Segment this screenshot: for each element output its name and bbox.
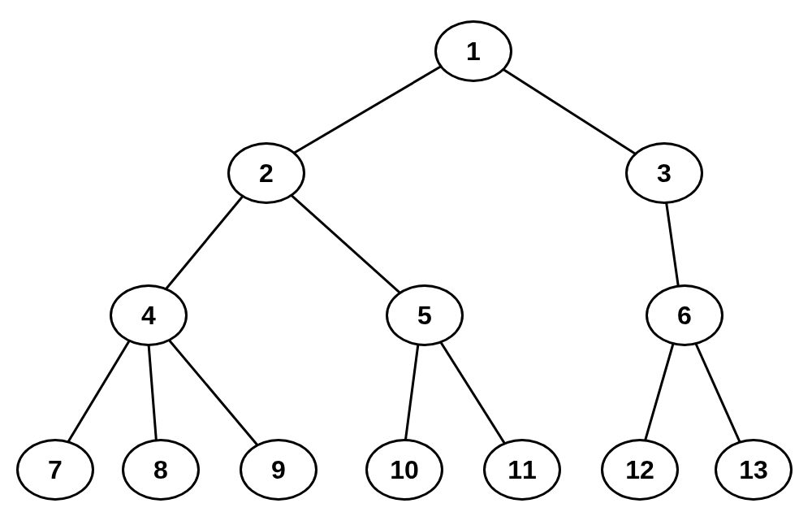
node-label: 4 [141,301,156,331]
tree-node-1: 1 [434,20,512,82]
tree-node-7: 7 [16,439,94,501]
node-label: 7 [48,455,63,485]
tree-node-5: 5 [386,284,464,346]
tree-node-9: 9 [240,439,317,501]
node-label: 2 [259,158,274,189]
tree-node-4: 4 [110,284,188,346]
node-label: 12 [625,455,654,485]
tree-node-11: 11 [483,439,561,501]
tree-node-2: 2 [227,142,305,204]
node-label: 6 [677,301,692,331]
tree-node-3: 3 [625,142,703,204]
node-label: 9 [271,455,286,485]
node-label: 13 [739,455,768,485]
node-label: 11 [508,455,537,485]
tree-node-12: 12 [601,439,679,501]
node-label: 8 [153,455,168,485]
node-label: 1 [466,37,481,67]
node-label: 3 [657,158,672,189]
tree-node-8: 8 [122,439,200,501]
tree-node-6: 6 [646,284,723,346]
tree-node-10: 10 [365,439,443,501]
node-label: 10 [390,455,419,485]
tree-node-13: 13 [715,439,793,501]
node-label: 5 [417,301,432,331]
